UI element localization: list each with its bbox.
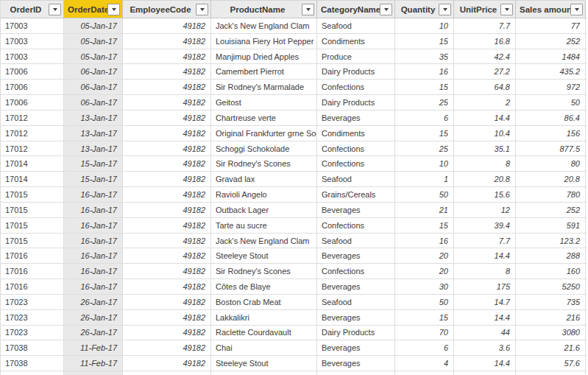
cell-orderid[interactable]: 17014 <box>1 172 64 186</box>
cell-productname[interactable]: Louisiana Fiery Hot Pepper Sauce <box>211 34 317 49</box>
column-header-orderdate[interactable]: OrderDate <box>64 0 123 18</box>
cell-orderid[interactable]: 17038 <box>1 340 64 355</box>
cell-unitprice[interactable]: 3.6 <box>454 340 516 355</box>
cell-sales-amount[interactable]: 3080 <box>516 326 586 340</box>
cell-productname[interactable]: Steeleye Stout <box>211 356 317 371</box>
cell-categoryname[interactable]: Grains/Cereals <box>317 187 395 202</box>
column-header-sales-amount[interactable]: Sales amount <box>516 0 586 18</box>
cell-categoryname[interactable]: Beverages <box>317 203 395 217</box>
cell-orderdate[interactable]: 16-Jan-17 <box>64 187 123 202</box>
cell-categoryname[interactable]: Seafood <box>317 295 395 309</box>
cell-employeecode[interactable]: 49182 <box>123 156 211 171</box>
cell-orderid[interactable]: 17006 <box>1 95 64 110</box>
cell-orderid[interactable]: 17006 <box>1 80 64 94</box>
cell-unitprice[interactable]: 27.2 <box>454 64 516 79</box>
cell-quantity[interactable]: 15 <box>395 126 454 141</box>
cell-orderid[interactable]: 17023 <box>1 326 64 340</box>
cell-employeecode[interactable]: 49182 <box>123 187 211 202</box>
cell-unitprice[interactable]: 39.4 <box>454 218 516 233</box>
cell-orderdate[interactable]: 11-Feb-17 <box>64 340 123 355</box>
cell-employeecode[interactable]: 49182 <box>123 80 211 94</box>
cell-employeecode[interactable]: 49182 <box>123 356 211 371</box>
cell-quantity[interactable]: 15 <box>395 218 454 233</box>
filter-dropdown-button-quantity[interactable] <box>439 4 451 15</box>
cell-orderdate[interactable]: 13-Jan-17 <box>64 141 123 156</box>
cell-orderid[interactable]: 17038 <box>1 356 64 371</box>
cell-unitprice[interactable]: 7.7 <box>454 18 516 33</box>
cell-orderdate[interactable]: 15-Jan-17 <box>64 172 123 186</box>
cell-categoryname[interactable]: Confections <box>317 80 395 94</box>
column-header-categoryname[interactable]: CategoryName <box>317 0 395 18</box>
cell-categoryname[interactable]: Seafood <box>317 18 395 33</box>
cell-orderid[interactable]: 17006 <box>1 64 64 79</box>
cell-employeecode[interactable]: 49182 <box>123 248 211 263</box>
cell-productname[interactable]: Outback Lager <box>211 203 317 217</box>
cell-productname[interactable]: Camembert Pierrot <box>211 64 317 79</box>
cell-sales-amount[interactable]: 877.5 <box>516 141 586 156</box>
cell-categoryname[interactable]: Condiments <box>317 34 395 49</box>
cell-orderdate[interactable]: 05-Jan-17 <box>64 49 123 64</box>
cell-sales-amount[interactable]: 77 <box>516 18 586 33</box>
cell-orderid[interactable]: 17003 <box>1 18 64 33</box>
cell-employeecode[interactable]: 49182 <box>123 126 211 141</box>
cell-productname[interactable]: Geitost <box>211 95 317 110</box>
cell-orderdate[interactable]: 16-Jan-17 <box>64 264 123 278</box>
cell-unitprice[interactable]: 16.8 <box>454 34 516 49</box>
cell-sales-amount[interactable]: 86.4 <box>516 111 586 125</box>
cell-orderid[interactable]: 17015 <box>1 234 64 248</box>
cell-unitprice[interactable]: 14.4 <box>454 248 516 263</box>
cell-orderid[interactable]: 17015 <box>1 203 64 217</box>
cell-orderid[interactable]: 17015 <box>1 187 64 202</box>
cell-orderdate[interactable]: 26-Jan-17 <box>64 310 123 325</box>
cell-orderid[interactable]: 17012 <box>1 111 64 125</box>
cell-unitprice[interactable]: 2 <box>454 95 516 110</box>
cell-unitprice[interactable]: 14.4 <box>454 310 516 325</box>
cell-unitprice[interactable]: 175 <box>454 279 516 294</box>
filter-dropdown-button-categoryname[interactable] <box>380 4 392 15</box>
column-header-unitprice[interactable]: UnitPrice <box>454 0 516 18</box>
cell-productname[interactable]: Chartreuse verte <box>211 111 317 125</box>
cell-sales-amount[interactable]: 288 <box>516 248 586 263</box>
cell-categoryname[interactable]: Beverages <box>317 279 395 294</box>
cell-categoryname[interactable]: Beverages <box>317 111 395 125</box>
cell-sales-amount[interactable]: 1484 <box>516 49 586 64</box>
cell-quantity[interactable]: 25 <box>395 95 454 110</box>
cell-employeecode[interactable]: 49182 <box>123 279 211 294</box>
cell-employeecode[interactable]: 49182 <box>123 340 211 355</box>
filter-dropdown-button-orderid[interactable] <box>49 4 61 15</box>
cell-employeecode[interactable]: 49182 <box>123 141 211 156</box>
cell-employeecode[interactable]: 49182 <box>123 49 211 64</box>
cell-orderdate[interactable]: 11-Feb-17 <box>64 356 123 371</box>
cell-unitprice[interactable]: 10.4 <box>454 126 516 141</box>
cell-unitprice[interactable]: 14.4 <box>454 356 516 371</box>
cell-employeecode[interactable]: 49182 <box>123 95 211 110</box>
cell-productname[interactable]: Tarte au sucre <box>211 218 317 233</box>
filter-dropdown-button-employeecode[interactable] <box>196 4 208 15</box>
cell-unitprice[interactable]: 64.8 <box>454 80 516 94</box>
filter-dropdown-button-orderdate[interactable] <box>107 4 120 15</box>
cell-unitprice[interactable]: 42.4 <box>454 49 516 64</box>
cell-employeecode[interactable]: 49182 <box>123 203 211 217</box>
cell-orderdate[interactable]: 16-Jan-17 <box>64 234 123 248</box>
cell-orderid[interactable]: 17016 <box>1 279 64 294</box>
cell-quantity[interactable]: 10 <box>395 156 454 171</box>
cell-quantity[interactable]: 50 <box>395 295 454 309</box>
cell-quantity[interactable]: 25 <box>395 141 454 156</box>
cell-sales-amount[interactable]: 435.2 <box>516 64 586 79</box>
cell-categoryname[interactable]: Dairy Products <box>317 326 395 340</box>
cell-orderid[interactable]: 17016 <box>1 264 64 278</box>
cell-categoryname[interactable]: Dairy Products <box>317 64 395 79</box>
cell-orderid[interactable]: 17016 <box>1 248 64 263</box>
cell-sales-amount[interactable]: 216 <box>516 310 586 325</box>
cell-sales-amount[interactable]: 252 <box>516 34 586 49</box>
cell-unitprice[interactable]: 12 <box>454 203 516 217</box>
cell-unitprice[interactable]: 7.7 <box>454 234 516 248</box>
cell-sales-amount[interactable]: 160 <box>516 264 586 278</box>
cell-sales-amount[interactable]: 735 <box>516 295 586 309</box>
cell-orderdate[interactable]: 06-Jan-17 <box>64 64 123 79</box>
cell-quantity[interactable]: 21 <box>395 203 454 217</box>
cell-sales-amount[interactable]: 972 <box>516 80 586 94</box>
cell-categoryname[interactable]: Confections <box>317 218 395 233</box>
cell-productname[interactable]: Boston Crab Meat <box>211 295 317 309</box>
cell-orderid[interactable]: 17015 <box>1 218 64 233</box>
